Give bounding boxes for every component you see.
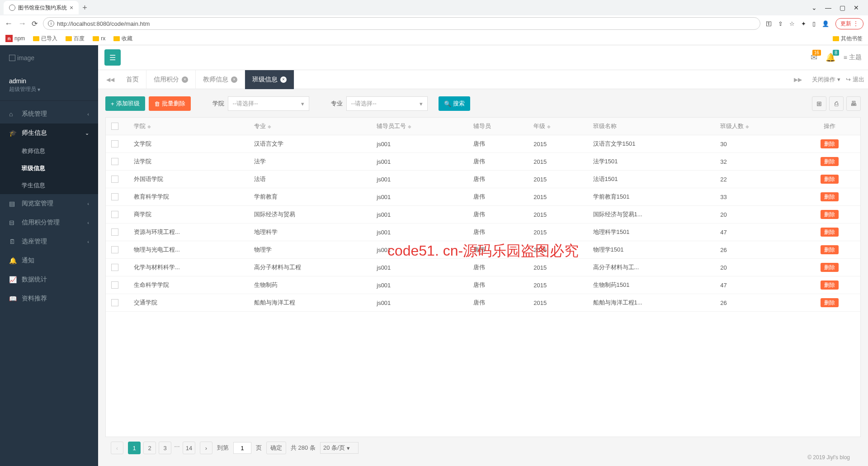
tab-scroll-right[interactable]: ▶▶ (789, 76, 807, 83)
forward-icon[interactable]: → (18, 19, 26, 29)
per-page-select[interactable]: 20 条/页 ▾ (320, 442, 359, 454)
page-number[interactable]: 1 (128, 442, 141, 454)
new-tab-button[interactable]: + (82, 3, 87, 13)
close-ops-button[interactable]: 关闭操作▾ (812, 76, 840, 84)
bookmark-fav[interactable]: 收藏 (113, 35, 132, 43)
key-icon[interactable]: ⚿ (766, 20, 772, 27)
delete-button[interactable]: 删除 (821, 263, 839, 272)
column-header[interactable]: 专业◆ (249, 118, 371, 135)
update-button[interactable]: 更新 ⋮ (835, 18, 863, 29)
other-bookmarks[interactable]: 其他书签 (833, 35, 863, 43)
college-select[interactable]: --请选择--▾ (228, 96, 309, 111)
delete-button[interactable]: 删除 (821, 245, 839, 254)
row-checkbox[interactable] (111, 299, 118, 306)
major-select[interactable]: --请选择--▾ (346, 96, 428, 111)
column-header[interactable]: 辅导员 (468, 118, 528, 135)
row-checkbox[interactable] (111, 246, 118, 253)
page-number[interactable]: 14 (183, 442, 195, 454)
search-button[interactable]: 🔍搜索 (439, 96, 470, 111)
row-checkbox[interactable] (111, 140, 118, 147)
chevron-down-icon[interactable]: ⌄ (811, 4, 817, 11)
close-icon[interactable]: × (182, 76, 188, 83)
sidebar-item-7[interactable]: 📖资料推荐 (0, 289, 98, 308)
column-header[interactable]: 班级人数◆ (715, 118, 799, 135)
print-icon[interactable]: 🖶 (846, 96, 861, 111)
columns-icon[interactable]: ⊞ (812, 96, 826, 111)
reload-icon[interactable]: ⟳ (32, 19, 38, 28)
add-class-button[interactable]: +添加班级 (105, 96, 145, 111)
sidebar-sub-item[interactable]: 教师信息 (0, 143, 98, 160)
exit-button[interactable]: ↪退出 (846, 76, 864, 84)
share-icon[interactable]: ⇧ (778, 20, 783, 27)
page-number[interactable]: 3 (159, 442, 171, 454)
minimize-icon[interactable]: — (825, 4, 831, 11)
bookmark-baidu[interactable]: 百度 (66, 35, 85, 43)
page-next[interactable]: › (200, 442, 212, 454)
content-tab[interactable]: 首页 (119, 70, 146, 89)
panel-icon[interactable]: ▯ (812, 20, 816, 27)
delete-button[interactable]: 删除 (821, 175, 839, 184)
bookmark-import[interactable]: 已导入 (33, 35, 57, 43)
delete-button[interactable]: 删除 (821, 139, 839, 148)
url-input[interactable]: i http://localhost:8080/code/main.htm (43, 17, 760, 30)
sidebar-item-5[interactable]: 🔔通知 (0, 251, 98, 270)
back-icon[interactable]: ← (5, 19, 13, 29)
sidebar-item-4[interactable]: 🗓选座管理‹ (0, 232, 98, 251)
close-icon[interactable]: × (280, 76, 287, 83)
row-checkbox[interactable] (111, 228, 118, 236)
column-header[interactable]: 辅导员工号◆ (371, 118, 468, 135)
delete-button[interactable]: 删除 (821, 281, 839, 290)
bookmark-rx[interactable]: rx (93, 35, 105, 42)
sidebar-item-3[interactable]: ⊟信用积分管理‹ (0, 213, 98, 232)
export-icon[interactable]: ⎙ (829, 96, 844, 111)
extension-icon[interactable]: ✦ (801, 20, 806, 27)
close-icon[interactable]: ✕ (854, 4, 859, 11)
content-tab[interactable]: 教师信息× (196, 70, 245, 89)
row-checkbox[interactable] (111, 264, 118, 271)
maximize-icon[interactable]: ▢ (840, 4, 845, 11)
batch-delete-button[interactable]: 🗑批量删除 (149, 96, 191, 111)
star-icon[interactable]: ☆ (789, 20, 795, 27)
row-checkbox[interactable] (111, 193, 118, 200)
column-header[interactable]: 年级◆ (528, 118, 587, 135)
column-header[interactable]: 学院◆ (128, 118, 249, 135)
row-checkbox[interactable] (111, 158, 118, 165)
select-all-checkbox[interactable] (111, 123, 118, 130)
row-checkbox[interactable] (111, 176, 118, 183)
delete-button[interactable]: 删除 (821, 298, 839, 307)
sidebar-item-2[interactable]: ▤阅览室管理‹ (0, 194, 98, 213)
theme-button[interactable]: ≡主题 (844, 53, 862, 62)
column-header[interactable]: 班级名称 (588, 118, 715, 135)
sidebar-item-0[interactable]: ⌂系统管理‹ (0, 105, 98, 124)
delete-button[interactable]: 删除 (821, 210, 839, 219)
column-header[interactable]: 操作 (799, 118, 860, 135)
delete-button[interactable]: 删除 (821, 228, 839, 237)
bell-icon[interactable]: 🔔8 (826, 52, 835, 62)
table-row: 资源与环境工程...地理科学js001唐伟2015地理科学150147删除 (106, 223, 860, 241)
row-checkbox[interactable] (111, 281, 118, 289)
cell: js001 (371, 153, 468, 171)
sidebar-sub-item[interactable]: 学生信息 (0, 177, 98, 194)
goto-confirm[interactable]: 确定 (266, 442, 286, 454)
profile-icon[interactable]: 👤 (822, 20, 829, 27)
sidebar-item-1[interactable]: 🎓师生信息⌄ (0, 124, 98, 143)
goto-input[interactable] (233, 442, 251, 454)
delete-button[interactable]: 删除 (821, 157, 839, 166)
hamburger-button[interactable]: ☰ (104, 49, 121, 66)
bookmark-npm[interactable]: nnpm (5, 35, 25, 42)
tab-scroll-left[interactable]: ◀◀ (102, 76, 119, 83)
main-area: ☰ ✉16 🔔8 ≡主题 ◀◀ 首页信用积分×教师信息×班级信息× ▶▶ 关闭操… (98, 45, 868, 466)
sidebar-item-6[interactable]: 📈数据统计 (0, 270, 98, 289)
page-number[interactable]: 2 (143, 442, 156, 454)
delete-button[interactable]: 删除 (821, 192, 839, 201)
close-icon[interactable]: × (231, 76, 237, 83)
content-tab[interactable]: 信用积分× (146, 70, 196, 89)
close-icon[interactable]: × (70, 4, 73, 11)
row-checkbox[interactable] (111, 211, 118, 218)
page-prev[interactable]: ‹ (111, 442, 123, 454)
content-tab[interactable]: 班级信息× (245, 70, 294, 89)
user-role[interactable]: 超级管理员▾ (9, 86, 89, 93)
sidebar-sub-item[interactable]: 班级信息 (0, 160, 98, 177)
mail-icon[interactable]: ✉16 (811, 52, 817, 62)
browser-tab[interactable]: 图书馆座位预约系统 × (4, 1, 79, 14)
